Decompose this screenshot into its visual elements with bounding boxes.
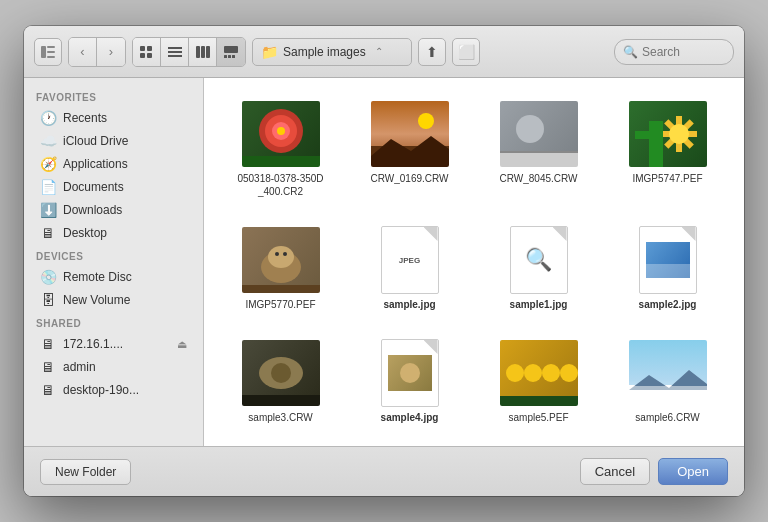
view-buttons [132,37,246,67]
svg-rect-13 [206,46,210,58]
sidebar-item-applications[interactable]: 🧭 Applications [28,153,199,175]
file-thumbnail [241,226,321,294]
file-item[interactable]: CRW_8045.CRW [478,94,599,204]
sidebar-item-desktop19[interactable]: 🖥 desktop-19o... [28,379,199,401]
search-input[interactable] [642,45,722,59]
document-icon [381,339,439,407]
file-name: sample4.jpg [381,411,439,424]
sidebar-item-label: desktop-19o... [63,383,139,397]
sidebar-item-shared-ip[interactable]: 🖥 172.16.1.... ⏏ [28,333,199,355]
svg-rect-0 [41,46,46,58]
devices-label: Devices [24,245,203,265]
file-name: sample2.jpg [639,298,697,311]
location-text: Sample images [283,45,366,59]
sidebar: Favorites 🕐 Recents ☁️ iCloud Drive 🧭 Ap… [24,78,204,446]
file-item[interactable]: sample3.CRW [220,333,341,430]
desktop19-icon: 🖥 [40,382,56,398]
file-item[interactable]: sample5.PEF [478,333,599,430]
eject-icon: ⏏ [177,338,187,351]
file-thumbnail [499,339,579,407]
sidebar-item-desktop[interactable]: 🖥 Desktop [28,222,199,244]
list-view-button[interactable] [161,38,189,66]
sidebar-item-recents[interactable]: 🕐 Recents [28,107,199,129]
sidebar-item-label: Documents [63,180,124,194]
document-icon [639,226,697,294]
sidebar-item-new-volume[interactable]: 🗄 New Volume [28,289,199,311]
file-item[interactable]: IMGP5770.PEF [220,220,341,317]
new-volume-icon: 🗄 [40,292,56,308]
document-icon: JPEG [381,226,439,294]
file-thumbnail: JPEG [370,226,450,294]
cover-flow-button[interactable] [217,38,245,66]
file-name: IMGP5747.PEF [632,172,702,185]
sidebar-item-remote-disc[interactable]: 💿 Remote Disc [28,266,199,288]
file-thumbnail [628,339,708,407]
sidebar-item-downloads[interactable]: ⬇️ Downloads [28,199,199,221]
sidebar-item-label: iCloud Drive [63,134,128,148]
bottom-bar: New Folder Cancel Open [24,446,744,496]
svg-rect-9 [168,51,182,53]
file-item[interactable]: 🔍 sample1.jpg [478,220,599,317]
file-thumbnail [628,226,708,294]
share-button[interactable]: ⬆ [418,38,446,66]
svg-rect-14 [224,46,238,53]
file-name: sample.jpg [383,298,435,311]
svg-rect-11 [196,46,200,58]
svg-rect-12 [201,46,205,58]
file-area: 050318-0378-350D_400.CR2 CRW_0169.CRW CR… [204,78,744,446]
window-controls-button[interactable]: ⬜ [452,38,480,66]
location-chevron: ⌃ [375,46,383,57]
sidebar-item-label: Recents [63,111,107,125]
file-item[interactable]: sample6.CRW [607,333,728,430]
svg-rect-1 [47,46,55,48]
file-item[interactable]: sample2.jpg [607,220,728,317]
file-name: IMGP5770.PEF [245,298,315,311]
sidebar-toggle-button[interactable] [34,38,62,66]
file-item[interactable]: IMGP5747.PEF [607,94,728,204]
content-area: Favorites 🕐 Recents ☁️ iCloud Drive 🧭 Ap… [24,78,744,446]
column-view-button[interactable] [189,38,217,66]
file-thumbnail [241,339,321,407]
svg-rect-17 [232,55,235,58]
svg-rect-2 [47,51,55,53]
sidebar-item-admin[interactable]: 🖥 admin [28,356,199,378]
remote-disc-icon: 💿 [40,269,56,285]
file-item[interactable]: CRW_0169.CRW [349,94,470,204]
file-name: sample1.jpg [510,298,568,311]
open-button[interactable]: Open [658,458,728,485]
downloads-icon: ⬇️ [40,202,56,218]
sidebar-item-label: Desktop [63,226,107,240]
new-folder-button[interactable]: New Folder [40,459,131,485]
file-name: sample3.CRW [248,411,312,424]
icon-view-button[interactable] [133,38,161,66]
sidebar-item-label: Downloads [63,203,122,217]
file-name: 050318-0378-350D_400.CR2 [236,172,326,198]
sidebar-item-icloud[interactable]: ☁️ iCloud Drive [28,130,199,152]
search-icon: 🔍 [623,45,638,59]
file-item[interactable]: 050318-0378-350D_400.CR2 [220,94,341,204]
recents-icon: 🕐 [40,110,56,126]
file-thumbnail [499,100,579,168]
admin-icon: 🖥 [40,359,56,375]
sidebar-item-label: Remote Disc [63,270,132,284]
file-item[interactable]: JPEG sample.jpg [349,220,470,317]
file-name: CRW_8045.CRW [500,172,578,185]
sidebar-item-label: Applications [63,157,128,171]
favorites-label: Favorites [24,86,203,106]
file-name: sample5.PEF [508,411,568,424]
forward-button[interactable]: › [97,38,125,66]
file-thumbnail: 🔍 [499,226,579,294]
file-thumbnail [370,100,450,168]
file-thumbnail [628,100,708,168]
location-bar[interactable]: 📁 Sample images ⌃ [252,38,412,66]
back-button[interactable]: ‹ [69,38,97,66]
svg-rect-6 [140,53,145,58]
shared-ip-icon: 🖥 [40,336,56,352]
cancel-button[interactable]: Cancel [580,458,650,485]
file-name: CRW_0169.CRW [371,172,449,185]
file-item[interactable]: sample4.jpg [349,333,470,430]
icloud-icon: ☁️ [40,133,56,149]
svg-rect-5 [147,46,152,51]
search-box[interactable]: 🔍 [614,39,734,65]
sidebar-item-documents[interactable]: 📄 Documents [28,176,199,198]
